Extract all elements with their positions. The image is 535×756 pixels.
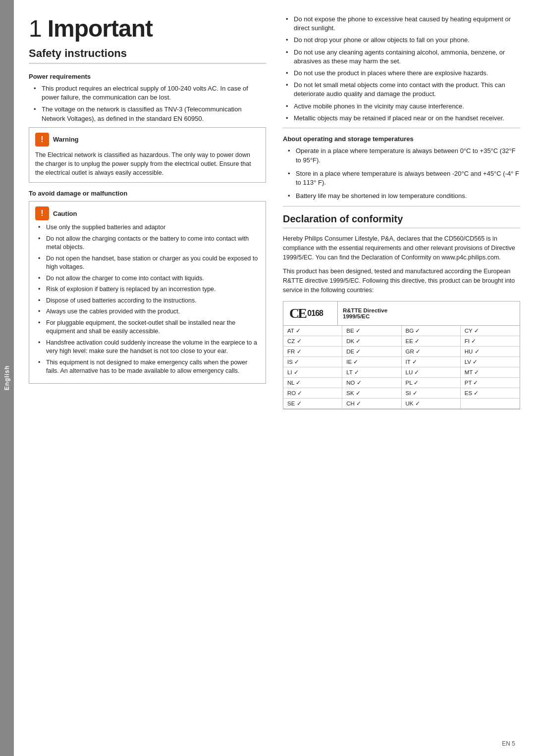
right-divider: [283, 128, 520, 128]
ce-cell: LT ✓: [342, 367, 401, 378]
ce-cell: IT ✓: [402, 357, 461, 367]
ce-directive-cell: R&TTE Directive1999/5/EC: [338, 302, 392, 325]
list-item: This equipment is not designed to make e…: [38, 358, 260, 376]
ce-cell: SI ✓: [402, 388, 461, 399]
declaration-text2: This product has been designed, tested a…: [283, 267, 520, 295]
ce-cell: CY ✓: [461, 326, 520, 336]
page-number: EN 5: [502, 740, 515, 747]
caution-icon: !: [35, 206, 49, 220]
list-item: Battery life may be shortened in low tem…: [288, 192, 520, 201]
list-item: Use only the supplied batteries and adap…: [38, 223, 260, 232]
declaration-text1: Hereby Philips Consumer Lifestyle, P&A, …: [283, 234, 520, 262]
side-tab: English: [0, 0, 14, 756]
ce-cell: FI ✓: [461, 336, 520, 347]
main-content: 1Important Safety instructions Power req…: [14, 0, 535, 756]
ce-cell: IS ✓: [283, 357, 342, 367]
ce-cell: DE ✓: [342, 347, 401, 357]
list-item: Do not allow the charging contacts or th…: [38, 235, 260, 252]
ce-cell: PL ✓: [402, 378, 461, 388]
left-column: 1Important Safety instructions Power req…: [29, 15, 266, 741]
ce-logo-text: CE: [289, 305, 306, 321]
right-column: Do not expose the phone to excessive hea…: [278, 15, 520, 741]
ce-header-row: CE 0168 R&TTE Directive1999/5/EC: [283, 302, 520, 326]
ce-cell: CH ✓: [342, 399, 401, 409]
ce-cell: AT ✓: [283, 326, 342, 336]
ce-table: CE 0168 R&TTE Directive1999/5/EC AT ✓ BE…: [283, 301, 520, 409]
caution-header: ! Caution: [35, 206, 260, 220]
warning-icon-symbol: !: [41, 135, 43, 144]
ce-cell: IE ✓: [342, 357, 401, 367]
ce-cell: RO ✓: [283, 388, 342, 399]
list-item: Risk of explosion if battery is replaced…: [38, 285, 260, 294]
section-title: Safety instructions: [29, 47, 266, 64]
list-item: Do not open the handset, base station or…: [38, 254, 260, 272]
list-item: Do not drop your phone or allow objects …: [286, 36, 520, 45]
ce-grid: AT ✓ BE ✓ BG ✓ CY ✓ CZ ✓ DK ✓ EE ✓ FI ✓ …: [283, 326, 520, 409]
side-tab-label: English: [3, 365, 10, 390]
general-items-list: Do not expose the phone to excessive hea…: [283, 15, 520, 123]
warning-label: Warning: [53, 136, 79, 143]
ce-cell: SK ✓: [342, 388, 401, 399]
warning-icon: !: [35, 133, 49, 147]
ce-cell: LI ✓: [283, 367, 342, 378]
page-container: English 1Important Safety instructions P…: [0, 0, 535, 756]
ce-cell: UK ✓: [402, 399, 461, 409]
caution-icon-symbol: !: [41, 209, 43, 218]
declaration-divider: [283, 206, 520, 206]
list-item: Store in a place where temperature is al…: [288, 169, 520, 188]
ce-cell: NL ✓: [283, 378, 342, 388]
ce-cell: LU ✓: [402, 367, 461, 378]
list-item: Handsfree activation could suddenly incr…: [38, 339, 260, 356]
ce-cell: CZ ✓: [283, 336, 342, 347]
list-item: The voltage on the network is classified…: [34, 105, 266, 123]
power-requirements-list: This product requires an electrical supp…: [29, 84, 266, 123]
list-item: Do not let small metal objects come into…: [286, 81, 520, 99]
caution-list: Use only the supplied batteries and adap…: [35, 223, 260, 376]
caution-box: ! Caution Use only the supplied batterie…: [29, 201, 266, 384]
chapter-number: 1: [29, 15, 42, 42]
ce-cell: MT ✓: [461, 367, 520, 378]
ce-cell: LV ✓: [461, 357, 520, 367]
chapter-title-text: Important: [48, 15, 153, 42]
chapter-title: 1Important: [29, 15, 266, 42]
list-item: For pluggable equipment, the socket-outl…: [38, 319, 260, 336]
power-requirements-title: Power requirements: [29, 73, 266, 80]
ce-directive-label: R&TTE Directive1999/5/EC: [343, 307, 387, 319]
temperatures-title: About operating and storage temperatures: [283, 135, 520, 143]
ce-cell: SE ✓: [283, 399, 342, 409]
list-item: Active mobile phones in the vicinity may…: [286, 102, 520, 111]
list-item: Dispose of used batteries according to t…: [38, 297, 260, 305]
list-item: Always use the cables provided with the …: [38, 307, 260, 316]
warning-box: ! Warning The Electrical network is clas…: [29, 127, 266, 183]
ce-cell: BE ✓: [342, 326, 401, 336]
ce-number-text: 0168: [306, 309, 323, 318]
declaration-title: Declaration of conformity: [283, 213, 520, 228]
ce-cell: [461, 399, 520, 409]
list-item: Operate in a place where temperature is …: [288, 147, 520, 165]
ce-cell: PT ✓: [461, 378, 520, 388]
list-item: Do not use any cleaning agents containin…: [286, 48, 520, 66]
ce-cell: HU ✓: [461, 347, 520, 357]
list-item: Do not allow the charger to come into co…: [38, 274, 260, 283]
ce-cell: ES ✓: [461, 388, 520, 399]
warning-text: The Electrical network is classified as …: [35, 151, 260, 177]
ce-cell: NO ✓: [342, 378, 401, 388]
list-item: Metallic objects may be retained if plac…: [286, 114, 520, 123]
warning-header: ! Warning: [35, 133, 260, 147]
caution-label: Caution: [53, 210, 77, 217]
avoid-damage-title: To avoid damage or malfunction: [29, 190, 266, 197]
ce-cell: GR ✓: [402, 347, 461, 357]
list-item: Do not use the product in places where t…: [286, 69, 520, 78]
temperatures-list: Operate in a place where temperature is …: [283, 147, 520, 201]
ce-cell: DK ✓: [342, 336, 401, 347]
ce-cell: EE ✓: [402, 336, 461, 347]
ce-cell: BG ✓: [402, 326, 461, 336]
ce-cell: FR ✓: [283, 347, 342, 357]
list-item: Do not expose the phone to excessive hea…: [286, 15, 520, 33]
list-item: This product requires an electrical supp…: [34, 84, 266, 102]
ce-logo-cell: CE 0168: [283, 302, 338, 325]
